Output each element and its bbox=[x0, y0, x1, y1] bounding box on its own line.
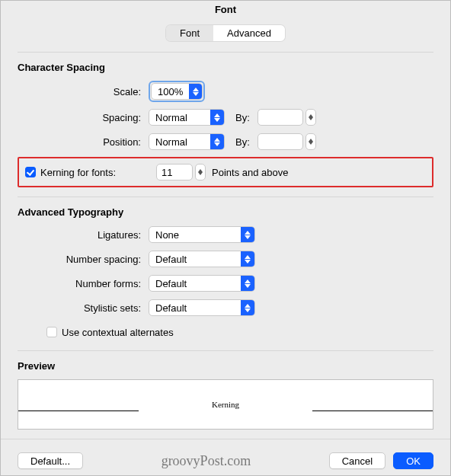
cancel-button[interactable]: Cancel bbox=[329, 452, 385, 469]
chevron-updown-icon bbox=[241, 276, 254, 291]
dialog-footer: Default... groovyPost.com Cancel OK bbox=[18, 452, 433, 469]
svg-marker-2 bbox=[214, 113, 220, 117]
contextual-alternates-label: Use contextual alternates bbox=[62, 327, 174, 338]
number-forms-select[interactable]: Default bbox=[149, 275, 255, 292]
contextual-alternates-checkbox[interactable] bbox=[46, 327, 57, 337]
svg-marker-15 bbox=[245, 260, 251, 264]
chevron-updown-icon bbox=[241, 227, 254, 242]
watermark: groovyPost.com bbox=[83, 453, 329, 469]
spacing-by-stepper[interactable] bbox=[305, 109, 316, 126]
svg-marker-0 bbox=[193, 88, 199, 91]
advanced-typography-section: Advanced Typography Ligatures: None Numb… bbox=[18, 196, 433, 341]
scale-select[interactable]: 100% bbox=[151, 83, 203, 100]
preview-sample: Kerning bbox=[212, 400, 239, 409]
kerning-label: Kerning for fonts: bbox=[40, 167, 116, 178]
position-label: Position: bbox=[18, 136, 149, 148]
svg-marker-6 bbox=[214, 138, 220, 142]
position-by-label: By: bbox=[235, 136, 250, 148]
kerning-highlight: Kerning for fonts: 11 Points and above bbox=[18, 157, 433, 187]
svg-marker-11 bbox=[198, 172, 203, 175]
tab-bar: Font Advanced bbox=[18, 25, 433, 41]
spacing-label: Spacing: bbox=[18, 112, 149, 123]
preview-box: Kerning bbox=[18, 379, 433, 430]
chevron-updown-icon bbox=[210, 134, 224, 149]
tab-advanced[interactable]: Advanced bbox=[213, 25, 285, 41]
position-by-stepper[interactable] bbox=[305, 133, 316, 150]
default-button[interactable]: Default... bbox=[18, 452, 83, 469]
preview-section: Preview Kerning bbox=[18, 350, 433, 430]
window-title: Font bbox=[1, 1, 450, 19]
ligatures-label: Ligatures: bbox=[18, 229, 149, 241]
kerning-stepper[interactable] bbox=[195, 164, 206, 180]
number-spacing-label: Number spacing: bbox=[18, 254, 149, 265]
chevron-updown-icon bbox=[241, 251, 254, 267]
kerning-checkbox[interactable] bbox=[25, 167, 36, 177]
chevron-updown-icon bbox=[241, 300, 254, 315]
kerning-suffix: Points and above bbox=[212, 167, 288, 178]
svg-marker-14 bbox=[245, 255, 251, 259]
character-spacing-title: Character Spacing bbox=[18, 62, 433, 73]
advanced-typography-title: Advanced Typography bbox=[18, 206, 433, 218]
position-select[interactable]: Normal bbox=[149, 133, 225, 150]
svg-marker-7 bbox=[214, 142, 220, 146]
chevron-updown-icon bbox=[210, 110, 224, 125]
number-forms-label: Number forms: bbox=[18, 278, 149, 289]
ligatures-select[interactable]: None bbox=[149, 226, 255, 243]
font-dialog: Font Font Advanced Character Spacing Sca… bbox=[0, 0, 451, 476]
preview-title: Preview bbox=[18, 360, 433, 372]
svg-marker-9 bbox=[309, 142, 313, 145]
ok-button[interactable]: OK bbox=[393, 452, 433, 469]
character-spacing-section: Character Spacing Scale: 100% Spacing: bbox=[18, 52, 433, 187]
chevron-updown-icon bbox=[189, 84, 202, 99]
svg-marker-1 bbox=[193, 92, 199, 96]
svg-marker-17 bbox=[245, 284, 251, 288]
number-spacing-select[interactable]: Default bbox=[149, 251, 255, 267]
spacing-select[interactable]: Normal bbox=[149, 109, 225, 126]
svg-marker-12 bbox=[245, 231, 251, 235]
svg-marker-19 bbox=[245, 308, 251, 312]
stylistic-sets-select[interactable]: Default bbox=[149, 299, 255, 316]
tab-font[interactable]: Font bbox=[166, 25, 213, 41]
stylistic-sets-label: Stylistic sets: bbox=[18, 302, 149, 314]
svg-marker-3 bbox=[214, 118, 220, 122]
position-by-input[interactable] bbox=[257, 133, 303, 150]
scale-label: Scale: bbox=[18, 86, 149, 97]
svg-marker-18 bbox=[245, 304, 251, 308]
svg-marker-5 bbox=[309, 117, 313, 120]
svg-marker-16 bbox=[245, 280, 251, 283]
spacing-by-label: By: bbox=[235, 112, 250, 123]
kerning-value-input[interactable]: 11 bbox=[156, 164, 193, 180]
svg-marker-13 bbox=[245, 235, 251, 239]
spacing-by-input[interactable] bbox=[257, 109, 303, 126]
